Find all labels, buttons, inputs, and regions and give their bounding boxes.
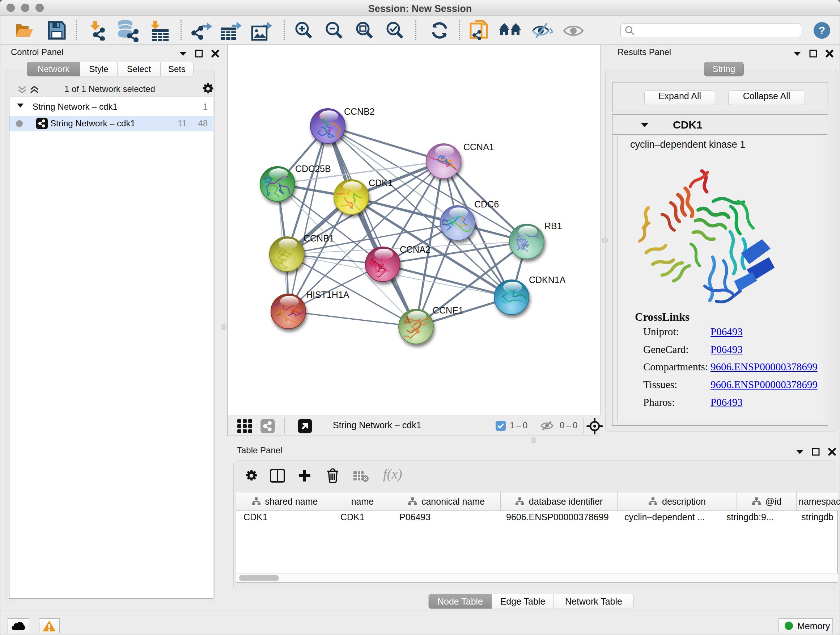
svg-text:CCNB1: CCNB1 xyxy=(303,233,334,243)
svg-text:?: ? xyxy=(819,24,825,36)
svg-text:CDKN1A: CDKN1A xyxy=(529,275,566,285)
svg-text:CDC25B: CDC25B xyxy=(295,164,331,174)
svg-text:HIST1H1A: HIST1H1A xyxy=(306,290,349,300)
svg-text:RB1: RB1 xyxy=(545,221,562,231)
svg-text:CCNE1: CCNE1 xyxy=(433,305,463,315)
svg-text:CDC6: CDC6 xyxy=(474,199,499,209)
svg-text:CCNB2: CCNB2 xyxy=(344,106,375,117)
svg-text:CDK1: CDK1 xyxy=(369,178,393,188)
svg-text:CCNA1: CCNA1 xyxy=(463,142,494,152)
svg-text:CCNA2: CCNA2 xyxy=(400,244,431,255)
